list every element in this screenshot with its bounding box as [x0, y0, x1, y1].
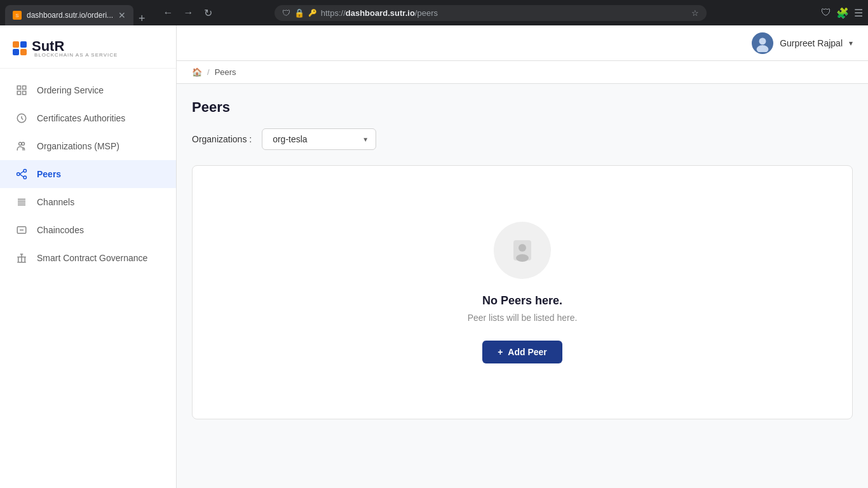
channels-icon: [15, 196, 28, 208]
logo-subtitle: BLOCKCHAIN AS A SERVICE: [34, 52, 118, 58]
add-icon: +: [498, 347, 503, 357]
sidebar-label-certificates: Certificates Authorities: [37, 113, 125, 123]
sidebar-label-channels: Channels: [37, 197, 74, 207]
sidebar-item-smart-contract-governance[interactable]: Smart Contract Governance: [0, 244, 176, 272]
logo-text-wrap: SutR BLOCKCHAIN AS A SERVICE: [32, 38, 118, 58]
content-area: 🏠 / Peers Peers Organizations : org-tesl…: [177, 61, 868, 488]
address-text: https://dashboard.sutr.io/peers: [321, 8, 688, 18]
menu-icon[interactable]: ☰: [854, 7, 863, 19]
sidebar-label-peers: Peers: [37, 169, 61, 179]
sidebar-item-ordering-service[interactable]: Ordering Service: [0, 76, 176, 104]
certificates-icon: [15, 112, 28, 125]
svg-point-6: [22, 142, 25, 146]
back-button[interactable]: ←: [161, 4, 176, 21]
filter-row: Organizations : org-tesla org-other: [192, 128, 853, 150]
organizations-icon: [15, 140, 28, 152]
sidebar-item-peers[interactable]: Peers: [0, 160, 176, 188]
active-tab[interactable]: S dashboard.sutr.io/orderi... ✕: [5, 5, 133, 25]
svg-point-18: [519, 244, 526, 252]
governance-icon: [15, 252, 28, 264]
url-domain: dashboard.sutr.io: [346, 8, 415, 18]
tab-title: dashboard.sutr.io/orderi...: [27, 11, 113, 20]
address-bar[interactable]: 🛡 🔒 🔑 https://dashboard.sutr.io/peers ☆: [275, 5, 707, 21]
org-filter-label: Organizations :: [192, 134, 252, 144]
firefox-shield-icon: 🛡: [821, 7, 831, 18]
browser-chrome: S dashboard.sutr.io/orderi... ✕ + ← → ↻ …: [0, 0, 868, 25]
empty-subtitle: Peer lists will be listed here.: [468, 313, 578, 323]
main-content: Gurpreet Rajpal ▾ 🏠 / Peers Peers Organi…: [177, 25, 868, 488]
svg-line-11: [20, 174, 24, 177]
svg-point-19: [516, 254, 529, 262]
ordering-service-icon: [15, 84, 28, 97]
sidebar-label-chaincodes: Chaincodes: [37, 225, 84, 235]
user-name: Gurpreet Rajpal: [780, 38, 843, 48]
logo-icon: [13, 41, 27, 55]
star-icon[interactable]: ☆: [691, 8, 699, 18]
key-icon: 🔑: [308, 9, 317, 17]
svg-point-15: [759, 37, 766, 44]
avatar: [752, 32, 773, 54]
sidebar-item-chaincodes[interactable]: Chaincodes: [0, 216, 176, 244]
add-peer-label: Add Peer: [508, 347, 546, 357]
browser-tabs: S dashboard.sutr.io/orderi... ✕ +: [5, 0, 151, 25]
svg-rect-1: [23, 86, 26, 89]
tab-close-button[interactable]: ✕: [118, 10, 126, 20]
user-menu-chevron: ▾: [849, 39, 853, 48]
security-icon: 🛡: [282, 8, 290, 18]
svg-point-9: [24, 176, 27, 179]
lock-icon: 🔒: [294, 8, 304, 18]
empty-peers-icon: [508, 236, 536, 264]
breadcrumb-current: Peers: [215, 67, 236, 77]
url-protocol: https://: [321, 8, 346, 18]
forward-button[interactable]: →: [181, 4, 196, 21]
sidebar-nav: Ordering Service Certificates Authoritie…: [0, 69, 176, 488]
sidebar-label-governance: Smart Contract Governance: [37, 253, 147, 263]
sidebar: SutR BLOCKCHAIN AS A SERVICE Ordering Se…: [0, 25, 177, 488]
url-path: /peers: [415, 8, 438, 18]
logo: SutR BLOCKCHAIN AS A SERVICE: [13, 38, 163, 58]
svg-rect-0: [17, 86, 20, 89]
svg-line-10: [20, 172, 24, 175]
empty-title: No Peers here.: [482, 294, 562, 308]
svg-point-8: [24, 170, 27, 173]
svg-rect-3: [23, 92, 26, 95]
new-tab-button[interactable]: +: [133, 12, 151, 25]
sidebar-item-organizations-msp[interactable]: Organizations (MSP): [0, 132, 176, 160]
add-peer-button[interactable]: + Add Peer: [482, 341, 562, 363]
page-content: Peers Organizations : org-tesla org-othe…: [177, 84, 868, 435]
app-layout: SutR BLOCKCHAIN AS A SERVICE Ordering Se…: [0, 25, 868, 488]
logo-block-blue-2: [13, 49, 19, 55]
page-title: Peers: [192, 99, 853, 116]
sidebar-label-ordering-service: Ordering Service: [37, 85, 104, 95]
sidebar-item-channels[interactable]: Channels: [0, 188, 176, 216]
svg-point-7: [17, 173, 20, 176]
breadcrumb-separator: /: [207, 67, 210, 77]
sidebar-label-organizations: Organizations (MSP): [37, 141, 119, 151]
org-select-wrapper: org-tesla org-other: [262, 128, 376, 150]
sidebar-logo: SutR BLOCKCHAIN AS A SERVICE: [0, 25, 176, 69]
chaincodes-icon: [15, 224, 28, 236]
logo-block-orange-2: [20, 49, 27, 55]
logo-block-blue-1: [20, 41, 27, 48]
peers-icon: [15, 168, 28, 180]
logo-block-orange-1: [13, 41, 19, 48]
tab-favicon: S: [13, 11, 22, 20]
empty-icon-wrapper: [494, 222, 551, 279]
extensions-icon: 🧩: [836, 7, 849, 19]
toolbar-right: 🛡 🧩 ☰: [821, 7, 863, 19]
top-bar: Gurpreet Rajpal ▾: [177, 25, 868, 61]
user-menu[interactable]: Gurpreet Rajpal ▾: [752, 32, 853, 54]
sidebar-item-certificates-authorities[interactable]: Certificates Authorities: [0, 104, 176, 132]
org-select[interactable]: org-tesla org-other: [262, 128, 376, 150]
breadcrumb: 🏠 / Peers: [177, 61, 868, 84]
breadcrumb-home[interactable]: 🏠: [192, 67, 202, 77]
reload-button[interactable]: ↻: [201, 4, 215, 22]
empty-state-card: No Peers here. Peer lists will be listed…: [192, 165, 853, 419]
svg-rect-2: [17, 92, 20, 95]
